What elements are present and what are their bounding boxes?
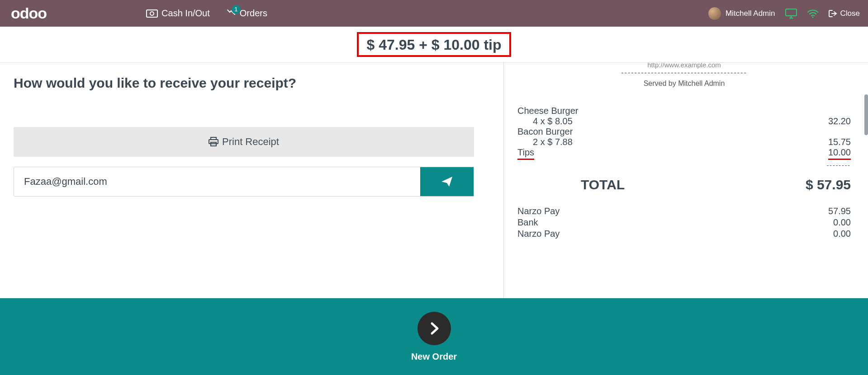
receipt-item-0: Cheese Burger <box>517 106 851 116</box>
receipt-total-amount: $ 57.95 <box>806 177 851 192</box>
receipt-item-0-name: Cheese Burger <box>517 106 579 116</box>
orders-badge: 1 <box>232 5 241 14</box>
email-input[interactable] <box>14 167 420 196</box>
monitor-icon[interactable] <box>785 9 797 19</box>
cash-in-out-label: Cash In/Out <box>161 8 210 19</box>
receipt-delivery-panel: How would you like to receive your recei… <box>0 63 503 298</box>
print-receipt-button[interactable]: Print Receipt <box>14 127 474 157</box>
payment-line-2: Narzo Pay 0.00 <box>517 229 851 239</box>
new-order-button[interactable] <box>417 312 451 345</box>
payment-2-amount: 0.00 <box>833 229 851 239</box>
close-label: Close <box>840 9 860 18</box>
payment-line-1: Bank 0.00 <box>517 217 851 228</box>
payment-0-amount: 57.95 <box>828 206 851 216</box>
topbar-right-group: Mitchell Admin Close <box>708 7 860 20</box>
payment-1-amount: 0.00 <box>833 217 851 228</box>
chevron-right-icon <box>427 322 441 335</box>
cash-in-out-button[interactable]: Cash In/Out <box>146 8 210 19</box>
avatar <box>708 7 721 20</box>
receipt-question: How would you like to receive your recei… <box>14 75 490 91</box>
payment-0-name: Narzo Pay <box>517 206 560 216</box>
receipt-item-0-amount: 32.20 <box>828 116 851 127</box>
main-area: How would you like to receive your recei… <box>0 63 868 298</box>
svg-rect-0 <box>147 10 157 17</box>
receipt-item-0-sub: 4 x $ 8.05 32.20 <box>517 116 851 127</box>
total-plus-tip-box: $ 47.95 + $ 10.00 tip <box>357 32 512 57</box>
new-order-label: New Order <box>411 352 457 362</box>
bottom-bar: New Order <box>0 298 868 375</box>
receipt-item-0-sub-text: 4 x $ 8.05 <box>517 116 573 127</box>
print-receipt-label: Print Receipt <box>222 136 279 148</box>
receipt-item-1-name: Bacon Burger <box>517 127 573 137</box>
svg-point-3 <box>812 16 813 18</box>
orders-icon: 1 <box>226 9 236 19</box>
total-banner: $ 47.95 + $ 10.00 tip <box>0 27 868 63</box>
receipt-website: http://www.example.com <box>517 63 851 69</box>
send-email-button[interactable] <box>420 167 474 196</box>
receipt-item-1-amount: 15.75 <box>828 137 851 147</box>
username-label: Mitchell Admin <box>726 9 775 18</box>
svg-point-1 <box>150 12 154 15</box>
topbar-center-group: Cash In/Out 1 Orders <box>146 8 267 19</box>
orders-label: Orders <box>240 8 267 19</box>
payment-1-name: Bank <box>517 217 538 228</box>
close-button[interactable]: Close <box>829 9 860 18</box>
receipt-dash-right: -------- <box>517 162 851 169</box>
receipt-item-1-sub: 2 x $ 7.88 15.75 <box>517 137 851 147</box>
cash-icon <box>146 9 158 18</box>
receipt-item-1: Bacon Burger <box>517 127 851 137</box>
wifi-icon[interactable] <box>807 9 819 18</box>
logo[interactable]: odoo <box>11 5 47 22</box>
receipt-total-label: TOTAL <box>581 177 625 192</box>
receipt-preview-panel: http://www.example.com -----------------… <box>503 63 868 298</box>
printer-icon <box>209 137 218 147</box>
receipt-tips-label: Tips <box>517 147 534 160</box>
user-menu[interactable]: Mitchell Admin <box>708 7 775 20</box>
receipt-tips-amount: 10.00 <box>828 147 851 160</box>
orders-button[interactable]: 1 Orders <box>226 8 267 19</box>
payment-line-0: Narzo Pay 57.95 <box>517 206 851 216</box>
receipt-total-row: TOTAL $ 57.95 <box>517 177 851 192</box>
receipt-tips-row: Tips 10.00 <box>517 147 851 160</box>
svg-rect-2 <box>786 9 797 16</box>
topbar: odoo Cash In/Out 1 Orders Mitchell Admin <box>0 0 868 27</box>
paper-plane-icon <box>441 176 453 187</box>
email-row <box>14 167 474 197</box>
payment-2-name: Narzo Pay <box>517 229 560 239</box>
receipt-item-1-sub-text: 2 x $ 7.88 <box>517 137 573 147</box>
receipt-dash-line: -------------------------------------- <box>517 69 851 77</box>
close-icon <box>829 9 838 18</box>
served-by-label: Served by Mitchell Admin <box>517 80 851 88</box>
